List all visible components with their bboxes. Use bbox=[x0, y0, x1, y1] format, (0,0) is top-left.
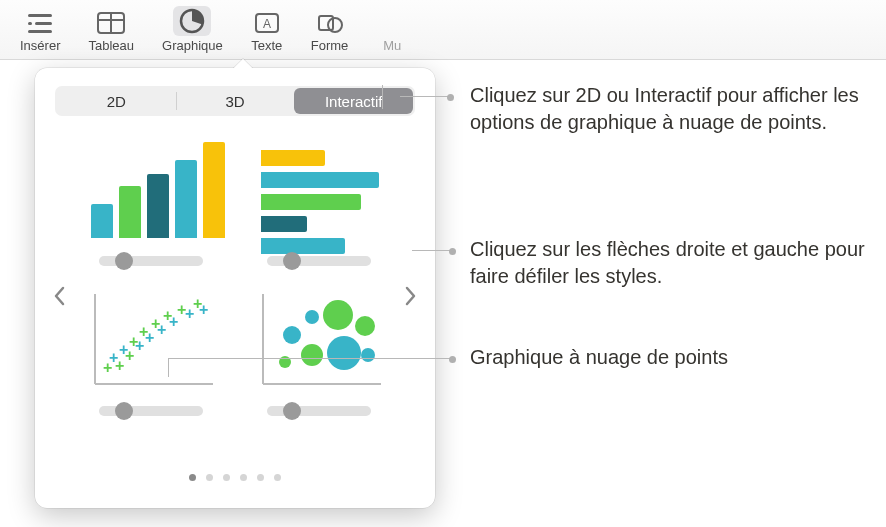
chart-popover: 2D 3D Interactif bbox=[35, 68, 435, 508]
insert-icon bbox=[24, 10, 56, 36]
svg-rect-0 bbox=[28, 14, 52, 17]
vertical-bar-thumb bbox=[81, 136, 221, 246]
svg-rect-10 bbox=[319, 16, 333, 30]
pager-dot[interactable] bbox=[223, 474, 230, 481]
svg-point-11 bbox=[328, 18, 342, 32]
style-slider[interactable] bbox=[267, 256, 371, 266]
toolbar-insert[interactable]: Insérer bbox=[20, 10, 60, 53]
toolbar-shape[interactable]: Forme bbox=[311, 10, 349, 53]
annotations: Cliquez sur 2D ou Interactif pour affich… bbox=[440, 76, 876, 425]
horizontal-bar-thumb bbox=[249, 136, 389, 246]
tab-3d[interactable]: 3D bbox=[176, 88, 295, 114]
pager-dot[interactable] bbox=[257, 474, 264, 481]
toolbar-label: Graphique bbox=[162, 38, 223, 53]
style-slider[interactable] bbox=[267, 406, 371, 416]
chart-option-horizontal-bar[interactable] bbox=[247, 136, 391, 266]
table-icon bbox=[95, 10, 127, 36]
callout-scatter: Graphique à nuage de points bbox=[440, 344, 876, 371]
chart-option-vertical-bar[interactable] bbox=[79, 136, 223, 266]
toolbar-text[interactable]: A Texte bbox=[251, 10, 283, 53]
chart-icon bbox=[173, 6, 211, 36]
callout-arrows: Cliquez sur les flèches droite et gauche… bbox=[440, 236, 876, 290]
tab-2d[interactable]: 2D bbox=[57, 88, 176, 114]
prev-style-arrow[interactable] bbox=[45, 276, 73, 316]
pager-dot[interactable] bbox=[189, 474, 196, 481]
toolbar-more[interactable]: Mu bbox=[376, 10, 408, 53]
pager-dot[interactable] bbox=[274, 474, 281, 481]
svg-rect-2 bbox=[35, 22, 52, 25]
style-slider[interactable] bbox=[99, 256, 203, 266]
bubble-thumb bbox=[249, 286, 389, 396]
pager-dot[interactable] bbox=[240, 474, 247, 481]
callout-text: Cliquez sur les flèches droite et gauche… bbox=[470, 236, 876, 290]
popover-arrow bbox=[233, 58, 253, 68]
chart-option-scatter[interactable]: + + + + + + + + + + + + + + + + + bbox=[79, 286, 223, 416]
callout-tabs: Cliquez sur 2D ou Interactif pour affich… bbox=[440, 82, 876, 136]
svg-rect-1 bbox=[28, 22, 32, 25]
toolbar-label: Tableau bbox=[88, 38, 134, 53]
toolbar-table[interactable]: Tableau bbox=[88, 10, 134, 53]
tab-interactive[interactable]: Interactif bbox=[294, 88, 413, 114]
chart-style-grid: + + + + + + + + + + + + + + + + + bbox=[79, 136, 391, 416]
toolbar-chart[interactable]: Graphique bbox=[162, 6, 223, 53]
toolbar-label: Insérer bbox=[20, 38, 60, 53]
scatter-thumb: + + + + + + + + + + + + + + + + + bbox=[81, 286, 221, 396]
toolbar-label: Forme bbox=[311, 38, 349, 53]
chart-style-grid-area: + + + + + + + + + + + + + + + + + bbox=[49, 136, 421, 456]
callout-text: Graphique à nuage de points bbox=[470, 344, 876, 371]
pager-dot[interactable] bbox=[206, 474, 213, 481]
callout-text: Cliquez sur 2D ou Interactif pour affich… bbox=[470, 82, 876, 136]
shape-icon bbox=[314, 10, 346, 36]
toolbar-label: Texte bbox=[251, 38, 282, 53]
media-icon bbox=[376, 10, 408, 36]
toolbar-label: Mu bbox=[383, 38, 401, 53]
svg-text:A: A bbox=[263, 17, 271, 31]
chart-option-bubble[interactable] bbox=[247, 286, 391, 416]
toolbar: Insérer Tableau Graphique A Texte Forme … bbox=[0, 0, 886, 60]
text-icon: A bbox=[251, 10, 283, 36]
style-pager bbox=[49, 474, 421, 481]
style-slider[interactable] bbox=[99, 406, 203, 416]
next-style-arrow[interactable] bbox=[397, 276, 425, 316]
svg-rect-3 bbox=[28, 30, 52, 33]
chart-type-segmented-control: 2D 3D Interactif bbox=[55, 86, 415, 116]
